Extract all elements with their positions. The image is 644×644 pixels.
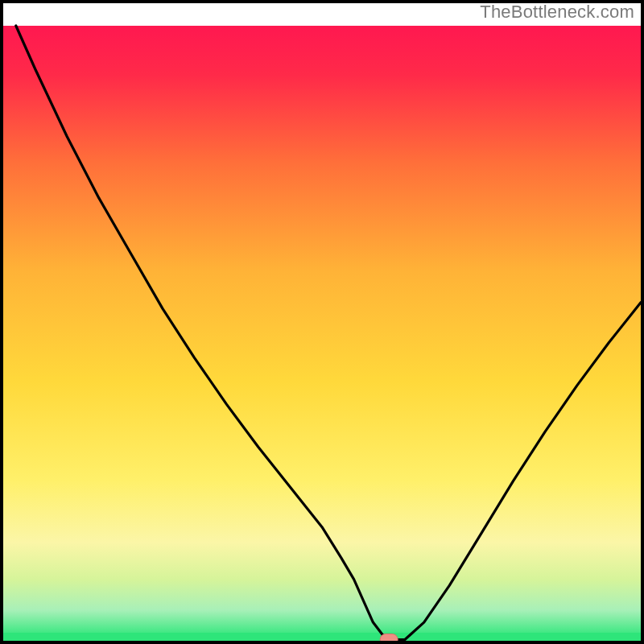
bottleneck-chart: TheBottleneck.com	[0, 0, 644, 644]
chart-svg	[0, 0, 644, 644]
watermark-text: TheBottleneck.com	[480, 2, 634, 23]
gradient-background	[3, 26, 641, 641]
green-band	[3, 633, 641, 641]
